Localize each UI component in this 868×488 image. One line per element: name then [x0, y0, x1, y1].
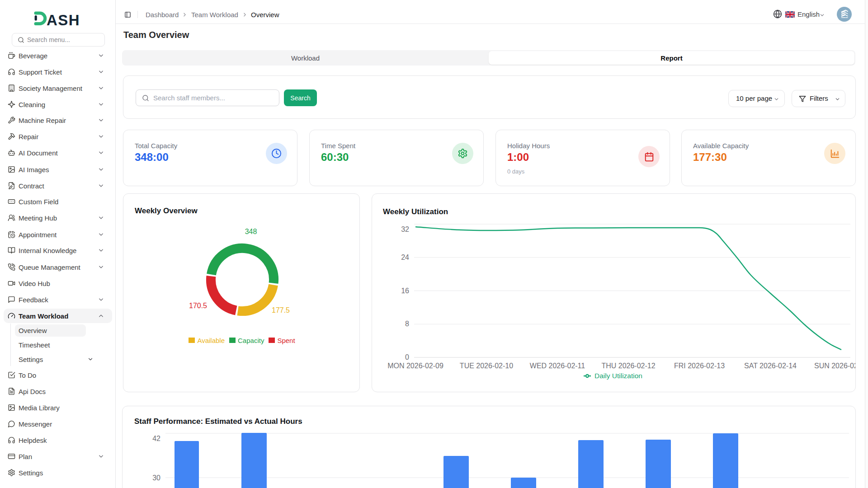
svg-text:ASH: ASH: [47, 12, 80, 27]
